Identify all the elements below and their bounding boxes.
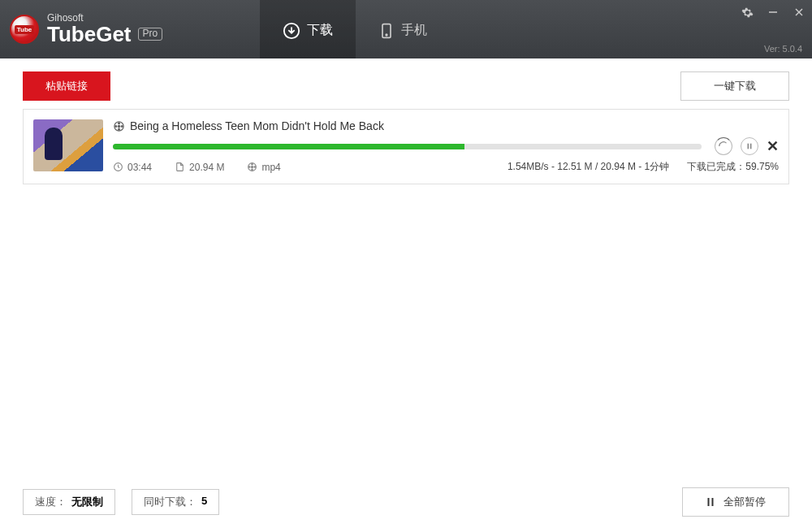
svg-point-16 <box>252 166 253 167</box>
refresh-button[interactable] <box>715 137 732 155</box>
brand-block: Tube Gihosoft TubeGet Pro <box>0 13 162 46</box>
toolbar: 粘贴链接 一键下载 <box>0 58 812 109</box>
completion-status: 下载已完成：59.75% <box>687 160 779 174</box>
speed-limit-selector[interactable]: 速度： 无限制 <box>23 489 115 515</box>
window-controls <box>734 0 812 24</box>
pause-icon <box>745 142 754 150</box>
concurrent-selector[interactable]: 同时下载： 5 <box>132 489 219 515</box>
download-list: Being a Homeless Teen Mom Didn't Hold Me… <box>0 109 812 479</box>
tab-download[interactable]: 下载 <box>260 0 356 58</box>
brand-product: TubeGet <box>47 23 132 46</box>
refresh-icon <box>718 141 729 152</box>
close-icon <box>794 7 804 17</box>
svg-point-7 <box>118 125 120 128</box>
meta-format: mp4 <box>247 162 280 173</box>
app-logo-icon: Tube <box>10 15 39 44</box>
paste-link-button[interactable]: 粘贴链接 <box>23 71 110 101</box>
svg-point-2 <box>386 34 387 36</box>
speed-limit-label: 速度： <box>35 495 67 509</box>
progress-row: ✕ <box>113 137 779 155</box>
logo-sub-text: Tube <box>15 25 35 34</box>
close-button[interactable] <box>786 0 812 24</box>
speed-status: 1.54MB/s - 12.51 M / 20.94 M - 1分钟 <box>508 160 669 174</box>
brand-company: Gihosoft <box>47 13 162 23</box>
footer-bar: 速度： 无限制 同时下载： 5 全部暂停 <box>0 479 812 528</box>
progress-actions: ✕ <box>715 137 779 155</box>
svg-point-18 <box>252 169 253 171</box>
speed-limit-value: 无限制 <box>71 495 103 509</box>
pause-item-button[interactable] <box>741 137 758 155</box>
svg-point-8 <box>119 122 120 123</box>
download-item-body: Being a Homeless Teen Mom Didn't Hold Me… <box>113 119 779 174</box>
progress-fill <box>113 144 464 149</box>
phone-icon <box>378 23 395 39</box>
svg-point-11 <box>121 125 123 127</box>
pro-badge: Pro <box>138 28 163 40</box>
format-value: mp4 <box>261 162 280 173</box>
remove-item-button[interactable]: ✕ <box>767 137 779 155</box>
download-item: Being a Homeless Teen Mom Didn't Hold Me… <box>23 109 789 184</box>
gear-icon <box>741 6 754 19</box>
tab-download-label: 下载 <box>307 22 333 39</box>
duration-value: 03:44 <box>127 162 152 173</box>
app-header: Tube Gihosoft TubeGet Pro 下载 手机 V <box>0 0 812 58</box>
format-icon <box>247 162 257 172</box>
nav-tabs: 下载 手机 <box>260 0 450 58</box>
video-thumbnail <box>33 119 103 171</box>
download-meta-row: 03:44 20.94 M mp4 1.54MB/s - 12.51 M / 2… <box>113 160 779 174</box>
svg-point-10 <box>115 125 117 127</box>
meta-duration: 03:44 <box>113 162 152 173</box>
clock-icon <box>113 162 123 172</box>
tab-phone[interactable]: 手机 <box>356 0 450 58</box>
brand-text: Gihosoft TubeGet Pro <box>47 13 162 46</box>
settings-button[interactable] <box>734 0 760 24</box>
pause-all-label: 全部暂停 <box>723 495 766 509</box>
progress-bar <box>113 144 702 149</box>
tab-phone-label: 手机 <box>401 22 427 39</box>
meta-left-group: 03:44 20.94 M mp4 <box>113 162 281 173</box>
oneclick-download-button[interactable]: 一键下载 <box>680 71 789 101</box>
download-title: Being a Homeless Teen Mom Didn't Hold Me… <box>130 119 384 132</box>
concurrent-value: 5 <box>201 495 207 509</box>
version-label: Ver: 5.0.4 <box>764 44 802 54</box>
minimize-icon <box>768 7 778 17</box>
svg-point-20 <box>254 167 256 168</box>
download-title-row: Being a Homeless Teen Mom Didn't Hold Me… <box>113 119 779 132</box>
svg-point-9 <box>119 128 120 130</box>
svg-point-17 <box>252 163 253 165</box>
size-value: 20.94 M <box>189 162 224 173</box>
pause-all-button[interactable]: 全部暂停 <box>682 487 789 517</box>
file-icon <box>175 162 185 172</box>
concurrent-label: 同时下载： <box>144 495 197 509</box>
brand-product-row: TubeGet Pro <box>47 23 162 46</box>
pause-icon <box>706 497 715 507</box>
download-circle-icon <box>283 22 300 40</box>
meta-size: 20.94 M <box>175 162 224 173</box>
svg-point-19 <box>249 167 251 168</box>
film-icon <box>113 120 125 132</box>
minimize-button[interactable] <box>760 0 786 24</box>
meta-right-group: 1.54MB/s - 12.51 M / 20.94 M - 1分钟 下载已完成… <box>508 160 779 174</box>
